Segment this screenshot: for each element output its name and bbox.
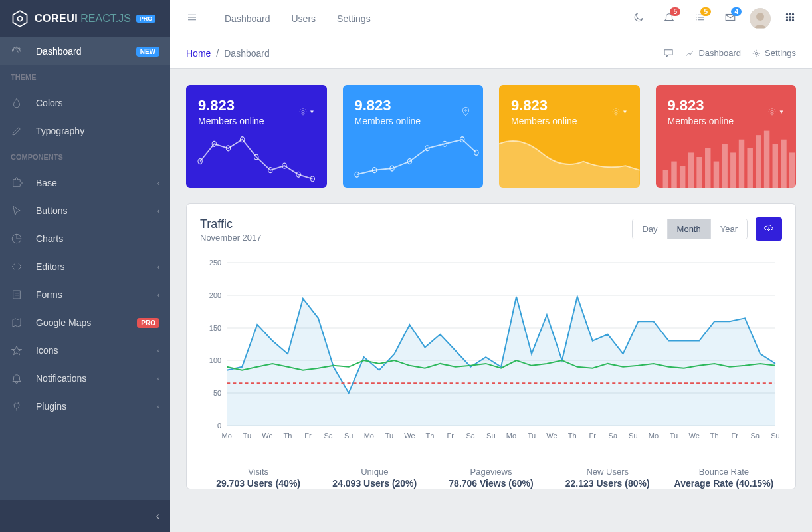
footer-stat: Bounce RateAverage Rate (40.15%) (666, 467, 782, 489)
svg-rect-37 (662, 170, 668, 188)
nav-title-components: COMPONENTS (0, 145, 170, 169)
widget-dropdown[interactable]: ▼ (611, 97, 628, 126)
sidebar-label: Forms (36, 289, 62, 300)
footer-stat: Visits29.703 Users (40%) (200, 467, 316, 489)
header-link-dashboard[interactable]: Dashboard (214, 8, 281, 29)
header-link-settings[interactable]: Settings (326, 8, 381, 29)
svg-text:200: 200 (209, 291, 221, 299)
footer-stat: Unique24.093 Users (20%) (316, 467, 433, 489)
widget-members-4: 9.823 Members online ▼ (656, 85, 797, 188)
svg-point-14 (792, 19, 793, 21)
widget-dropdown[interactable]: ▼ (767, 97, 784, 126)
svg-rect-39 (679, 166, 684, 188)
drop-icon (11, 97, 23, 109)
sidebar-item-dashboard[interactable]: Dashboard NEW (0, 37, 170, 65)
brand[interactable]: COREUI REACT.JS PRO (0, 0, 170, 37)
theme-toggle-button[interactable] (627, 6, 650, 31)
svg-text:Su: Su (629, 432, 638, 440)
time-range-group: Day Month Year (632, 219, 748, 239)
footer-stat-value: 22.123 Users (80%) (550, 478, 666, 489)
svg-text:50: 50 (213, 389, 221, 397)
btn-day[interactable]: Day (633, 219, 666, 239)
svg-text:Fr: Fr (589, 432, 596, 440)
badge-count: 4 (731, 7, 742, 16)
subheader-settings-link[interactable]: Settings (752, 48, 796, 58)
sidebar-item-editors[interactable]: Editors ‹ (0, 253, 170, 281)
download-button[interactable] (756, 217, 782, 241)
sidebar-item-plugins[interactable]: Plugins ‹ (0, 392, 170, 420)
svg-text:250: 250 (209, 259, 221, 267)
nav-title-theme: THEME (0, 65, 170, 89)
svg-text:Su: Su (344, 432, 354, 440)
header-link-users[interactable]: Users (281, 8, 327, 29)
location-icon (460, 106, 471, 117)
svg-text:Mo: Mo (649, 432, 659, 440)
widget-value: 9.823 (355, 97, 421, 114)
subheader-dashboard-link[interactable]: Dashboard (685, 48, 741, 58)
breadcrumb-home[interactable]: Home (186, 48, 211, 59)
traffic-footer: Visits29.703 Users (40%)Unique24.093 Use… (187, 456, 795, 489)
menu-toggle-button[interactable] (181, 6, 203, 31)
sidebar-item-forms[interactable]: Forms ‹ (0, 281, 170, 309)
sidebar-item-gmaps[interactable]: Google Maps PRO (0, 309, 170, 336)
svg-rect-45 (730, 152, 736, 188)
svg-text:Mo: Mo (506, 432, 516, 440)
svg-text:Th: Th (284, 432, 292, 440)
traffic-chart: 050100150200250MoTuWeThFrSaSuMoTuWeThFrS… (200, 256, 782, 442)
sidebar-label: Buttons (36, 205, 67, 216)
tasks-button[interactable]: 5 (688, 6, 711, 31)
svg-rect-2 (13, 291, 21, 299)
sidebar-label: Editors (36, 261, 65, 272)
svg-text:Th: Th (710, 432, 719, 440)
sidebar-label: Dashboard (36, 46, 82, 57)
sidebar-item-charts[interactable]: Charts (0, 225, 170, 253)
sidebar-label: Plugins (36, 401, 66, 412)
messages-button[interactable]: 4 (719, 6, 742, 31)
widget-label: Members online (668, 116, 734, 126)
widget-members-3: 9.823 Members online ▼ (499, 85, 640, 188)
svg-text:Fr: Fr (304, 432, 312, 440)
svg-rect-52 (789, 152, 794, 188)
brand-sub: REACT.JS (80, 13, 131, 25)
footer-stat-value: Average Rate (40.15%) (666, 478, 782, 489)
grid-icon (784, 11, 796, 23)
caret-down-icon: ▼ (310, 109, 315, 115)
gear-icon (611, 106, 621, 117)
notifications-button[interactable]: 5 (658, 6, 680, 31)
svg-text:Mo: Mo (222, 432, 232, 440)
sidebar-item-icons[interactable]: Icons ‹ (0, 336, 170, 364)
btn-month[interactable]: Month (667, 219, 710, 239)
footer-stat: New Users22.123 Users (80%) (550, 467, 666, 489)
chevron-left-icon: ‹ (157, 263, 159, 271)
menu-icon (186, 11, 198, 23)
svg-text:Tu: Tu (243, 432, 251, 440)
sidebar-item-notifications[interactable]: Notifications ‹ (0, 364, 170, 392)
sidebar-minimizer[interactable]: ‹ (0, 500, 170, 532)
apps-button[interactable] (779, 6, 801, 31)
traffic-title: Traffic (200, 217, 262, 231)
sidebar-item-base[interactable]: Base ‹ (0, 169, 170, 197)
svg-text:Th: Th (426, 432, 435, 440)
svg-point-10 (789, 16, 791, 17)
map-icon (11, 317, 23, 329)
svg-rect-47 (747, 148, 752, 188)
widget-dropdown[interactable]: ▼ (298, 97, 315, 126)
avatar-icon (750, 8, 771, 29)
svg-text:Sa: Sa (609, 432, 618, 440)
user-avatar[interactable] (750, 8, 771, 29)
sidebar-item-typography[interactable]: Typography (0, 117, 170, 145)
subheader-speech-button[interactable] (662, 47, 674, 59)
svg-text:Tu: Tu (670, 432, 678, 440)
sidebar-item-buttons[interactable]: Buttons ‹ (0, 197, 170, 225)
footer-stat: Pageviews78.706 Views (60%) (433, 467, 549, 489)
chart-icon (11, 233, 23, 245)
footer-stat-label: New Users (550, 467, 666, 477)
svg-point-8 (792, 13, 793, 15)
svg-rect-46 (738, 140, 744, 188)
widget-pin[interactable] (460, 97, 471, 126)
btn-year[interactable]: Year (710, 219, 747, 239)
sidebar-item-colors[interactable]: Colors (0, 89, 170, 117)
pencil-icon (11, 125, 23, 137)
svg-point-26 (465, 110, 467, 112)
breadcrumb-active: Dashboard (224, 48, 270, 59)
